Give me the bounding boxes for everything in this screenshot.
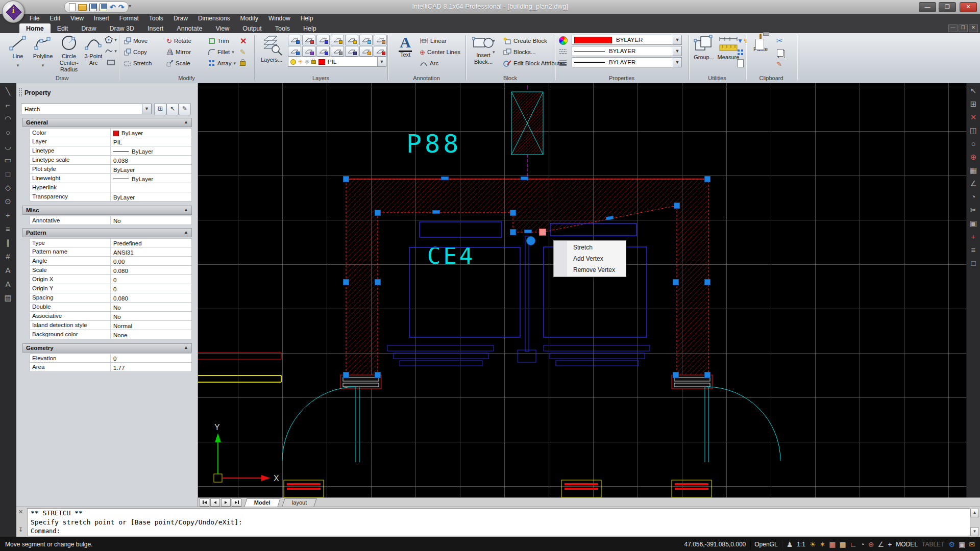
command-history[interactable]: ** STRETCH ** Specify stretch point or [… <box>27 508 970 528</box>
menu-file[interactable]: File <box>24 14 44 23</box>
lwt-display-icon[interactable]: ☀ <box>810 540 816 548</box>
grip[interactable] <box>510 210 516 216</box>
grip[interactable] <box>705 177 710 182</box>
mtext-tool-icon[interactable]: A <box>3 280 14 288</box>
grid-icon[interactable]: ▦ <box>968 166 979 174</box>
new-file-icon[interactable] <box>69 3 76 11</box>
label-ce4[interactable]: CE4 <box>427 243 475 269</box>
point-tool-icon[interactable]: + <box>3 211 14 219</box>
grip[interactable] <box>674 203 680 209</box>
linear-dimension-button[interactable]: Linear ▾ <box>420 36 447 46</box>
grip[interactable] <box>344 177 349 182</box>
menu-tools[interactable]: Tools <box>144 14 168 23</box>
grip[interactable] <box>705 280 710 285</box>
property-row-scale[interactable]: Scale 0.080 <box>30 266 192 275</box>
scroll-up-icon[interactable]: ▲ <box>970 509 979 517</box>
property-row-linetype[interactable]: Linetype ByLayer <box>30 146 192 156</box>
paste-button[interactable]: Paste <box>749 35 772 53</box>
context-menu-item-stretch[interactable]: Stretch <box>554 242 626 253</box>
property-row-origin-x[interactable]: Origin X 0 <box>30 275 192 284</box>
property-row-plot-style[interactable]: Plot style ByLayer <box>30 165 192 174</box>
section-pattern[interactable]: Pattern ▲ <box>22 228 192 237</box>
property-row-layer[interactable]: Layer PIL <box>30 137 192 146</box>
midpoint-grip[interactable] <box>521 177 528 180</box>
minimize-button[interactable]: — <box>919 2 936 12</box>
first-sheet-button[interactable] <box>200 498 209 507</box>
grip[interactable] <box>375 372 381 378</box>
prev-sheet-button[interactable] <box>210 498 220 507</box>
ortho-icon[interactable]: ∟ <box>850 540 857 548</box>
donut-tool-icon[interactable]: ⊙ <box>3 197 14 206</box>
layers-button[interactable]: Layers... <box>258 34 285 63</box>
tab-view[interactable]: View <box>209 23 236 33</box>
grip[interactable] <box>510 230 516 235</box>
annotation-visibility-icon[interactable]: ✶ <box>819 540 825 548</box>
point-snap-icon[interactable]: + <box>968 233 979 241</box>
property-row-hyperlink[interactable]: Hyperlink <box>30 183 192 192</box>
menu-dimensions[interactable]: Dimensions <box>193 14 235 23</box>
next-sheet-button[interactable] <box>221 498 231 507</box>
property-row-island-detection[interactable]: Island detection style Normal <box>30 321 192 330</box>
settings-gear-icon[interactable]: ⚙ <box>948 540 955 548</box>
rectangle-button[interactable] <box>104 58 117 67</box>
property-row-pattern-name[interactable]: Pattern name ANSI31 <box>30 247 192 257</box>
section-misc[interactable]: Misc ▲ <box>22 206 192 215</box>
last-sheet-button[interactable] <box>232 498 241 507</box>
tab-home[interactable]: Home <box>19 23 51 33</box>
blocks-button[interactable]: Blocks... <box>503 47 535 57</box>
property-row-background-color[interactable]: Background color None <box>30 330 192 339</box>
circle-snap-icon[interactable]: ○ <box>968 140 979 148</box>
insert-block-button[interactable]: Insert Block... <box>469 35 498 65</box>
property-row-spacing[interactable]: Spacing 0.080 <box>30 293 192 303</box>
qat-overflow-icon[interactable]: ▾ <box>129 3 131 9</box>
tablet-toggle[interactable]: TABLET <box>922 541 944 548</box>
line-button[interactable]: Line ▾ <box>6 35 30 69</box>
tab-edit[interactable]: Edit <box>51 23 75 33</box>
property-row-transparency[interactable]: Transparency ByLayer <box>30 192 192 202</box>
grip[interactable] <box>344 372 349 378</box>
delete-button[interactable]: ✕ <box>240 36 247 46</box>
fillet-button[interactable]: Fillet ▾ <box>208 47 234 57</box>
layer-previous-button[interactable] <box>316 35 330 45</box>
box-tool-icon[interactable]: □ <box>968 259 979 267</box>
clean-screen-icon[interactable]: ▣ <box>959 540 965 548</box>
property-row-color[interactable]: Color ByLayer <box>30 128 192 137</box>
layer-isolate-button[interactable] <box>316 46 330 57</box>
snap-tracking-icon[interactable]: ∠ <box>878 540 885 548</box>
tab-output[interactable]: Output <box>236 23 268 33</box>
create-block-button[interactable]: Create Block <box>503 36 547 46</box>
select-arrow-icon[interactable]: ↖ <box>968 87 979 95</box>
quadrant-snap-icon[interactable]: ◔ <box>968 193 979 201</box>
text-button[interactable]: A Text <box>393 35 418 58</box>
layer-thaw-button[interactable] <box>359 46 373 57</box>
layers-list-icon[interactable]: ≡ <box>968 246 979 254</box>
hatch-tool-icon[interactable]: ≡ <box>3 225 14 233</box>
document-minimize-button[interactable]: — <box>948 24 958 32</box>
close-button[interactable]: ✕ <box>960 2 977 12</box>
entity-snap-icon[interactable]: ⊕ <box>868 540 874 548</box>
polygon-button[interactable]: ▾ <box>104 35 117 44</box>
grip[interactable] <box>673 372 679 378</box>
mail-icon[interactable]: ✉ <box>969 540 975 548</box>
redo-icon[interactable]: ↷ <box>118 4 125 11</box>
entity-type-select[interactable]: Hatch ▼ <box>21 104 152 114</box>
vertex-grip-circle[interactable] <box>527 237 535 245</box>
command-close-icon[interactable]: ✕ <box>18 509 23 515</box>
midpoint-grip[interactable] <box>525 230 532 233</box>
center-snap-icon[interactable]: ⊕ <box>968 153 979 161</box>
lineweight-button[interactable] <box>559 58 567 68</box>
menu-edit[interactable]: Edit <box>44 14 65 23</box>
property-row-elevation[interactable]: Elevation 0 <box>30 354 192 363</box>
arc-tool-icon[interactable]: ◠ <box>3 115 14 123</box>
midpoint-grip[interactable] <box>433 211 440 214</box>
open-file-icon[interactable] <box>78 4 87 11</box>
property-row-annotative[interactable]: Annotative No <box>30 216 192 225</box>
color-select[interactable]: BYLAYER ▼ <box>572 35 682 45</box>
circle-tool-icon[interactable]: ○ <box>3 129 14 137</box>
layer-delete-button[interactable] <box>374 46 387 57</box>
tab-model[interactable]: Model <box>244 498 280 507</box>
trim-tool-icon[interactable]: ✂ <box>968 206 979 214</box>
color-wheel-button[interactable] <box>559 35 568 45</box>
renderer-label[interactable]: OpenGL <box>754 541 777 548</box>
polar-tracking-icon[interactable]: ◔ <box>860 540 864 548</box>
